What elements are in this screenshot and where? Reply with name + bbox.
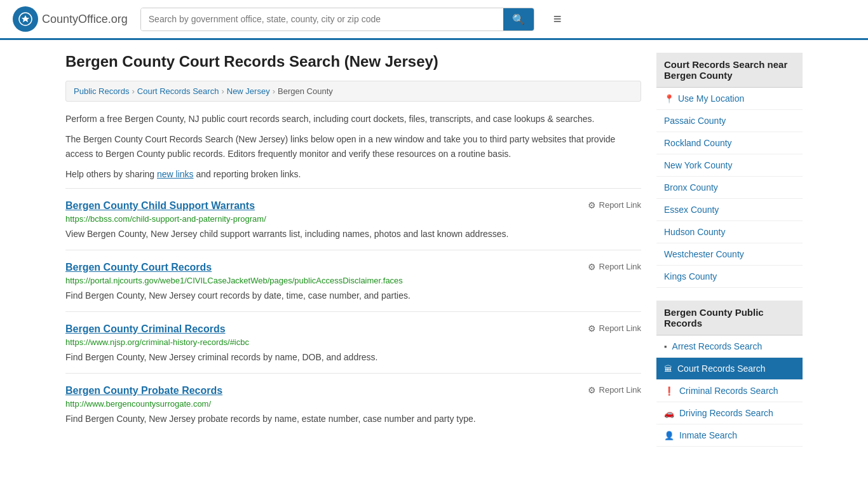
hudson-county-item[interactable]: Hudson County [656,221,803,243]
report-link-btn-3[interactable]: ⚙ Report Link [588,385,641,395]
record-header-0: Bergen County Child Support Warrants ⚙ R… [65,200,641,212]
breadcrumb-sep-1: › [132,86,134,96]
report-label-3: Report Link [599,385,641,395]
public-records-item-1[interactable]: 🏛 Court Records Search [656,358,803,380]
record-title-2[interactable]: Bergen County Criminal Records [65,323,226,335]
record-desc-0: View Bergen County, New Jersey child sup… [65,227,641,241]
public-records-item-4[interactable]: 👤 Inmate Search [656,424,803,447]
public-records-label-1: Court Records Search [677,363,766,374]
breadcrumb: Public Records › Court Records Search › … [65,81,641,102]
passaic-county-link[interactable]: Passaic County [656,110,803,132]
rec-icon-0: ▪ [664,342,667,351]
records-list: Bergen County Child Support Warrants ⚙ R… [65,188,641,435]
bronx-county-link[interactable]: Bronx County [656,177,803,198]
report-icon-3: ⚙ [588,385,596,395]
hamburger-menu[interactable]: ≡ [553,11,562,27]
report-link-btn-0[interactable]: ⚙ Report Link [588,200,641,210]
record-url-0[interactable]: https://bcbss.com/child-support-and-pate… [65,214,641,224]
search-bar: 🔍 [140,8,534,31]
public-records-list: ▪ Arrest Records Search 🏛 Court Records … [656,336,803,447]
public-records-label-3: Driving Records Search [679,408,773,418]
search-button[interactable]: 🔍 [503,8,534,30]
rec-icon-4: 👤 [664,431,674,440]
record-url-1[interactable]: https://portal.njcourts.gov/webe1/CIVILC… [65,276,641,285]
report-label-2: Report Link [599,323,641,333]
intro-paragraph-1: Perform a free Bergen County, NJ public … [65,112,641,126]
breadcrumb-new-jersey[interactable]: New Jersey [227,86,270,96]
hudson-county-link[interactable]: Hudson County [656,221,803,243]
nearby-list: 📍 Use My Location Passaic County Rocklan… [656,88,803,288]
record-desc-1: Find Bergen County, New Jersey court rec… [65,289,641,302]
public-records-item-2[interactable]: ❗ Criminal Records Search [656,380,803,402]
new-links-link[interactable]: new links [157,169,194,179]
public-records-link-0[interactable]: ▪ Arrest Records Search [656,336,803,357]
logo-icon [13,6,38,32]
essex-county-item[interactable]: Essex County [656,199,803,221]
public-records-item-3[interactable]: 🚗 Driving Records Search [656,402,803,424]
public-records-item-0[interactable]: ▪ Arrest Records Search [656,336,803,358]
bronx-county-item[interactable]: Bronx County [656,177,803,199]
record-item: Bergen County Criminal Records ⚙ Report … [65,311,641,373]
logo-link[interactable]: CountyOffice.org [13,6,128,32]
use-my-location-item[interactable]: 📍 Use My Location [656,88,803,110]
public-records-link-1[interactable]: 🏛 Court Records Search [656,358,803,379]
record-header-3: Bergen County Probate Records ⚙ Report L… [65,385,641,396]
breadcrumb-sep-2: › [221,86,224,96]
record-item: Bergen County Probate Records ⚙ Report L… [65,373,641,435]
report-label-1: Report Link [599,262,641,271]
search-input[interactable] [141,8,503,30]
report-label-0: Report Link [599,200,641,210]
use-my-location-label: Use My Location [678,93,744,104]
public-records-label-2: Criminal Records Search [679,386,778,396]
public-records-label-4: Inmate Search [679,430,737,440]
breadcrumb-public-records[interactable]: Public Records [74,86,129,96]
breadcrumb-current: Bergen County [278,86,333,96]
public-records-link-3[interactable]: 🚗 Driving Records Search [656,402,803,424]
intro-paragraph-3: Help others by sharing new links and rep… [65,167,641,181]
kings-county-link[interactable]: Kings County [656,266,803,287]
breadcrumb-court-records-search[interactable]: Court Records Search [137,86,219,96]
record-title-0[interactable]: Bergen County Child Support Warrants [65,200,255,212]
new-york-county-link[interactable]: New York County [656,154,803,176]
intro-paragraph-2: The Bergen County Court Records Search (… [65,132,641,161]
record-desc-2: Find Bergen County, New Jersey criminal … [65,351,641,364]
report-link-btn-2[interactable]: ⚙ Report Link [588,323,641,334]
report-icon-1: ⚙ [588,262,596,272]
public-records-title: Bergen County Public Records [656,301,803,336]
rec-icon-3: 🚗 [664,409,674,418]
record-title-3[interactable]: Bergen County Probate Records [65,385,222,396]
report-link-btn-1[interactable]: ⚙ Report Link [588,262,641,272]
public-records-link-4[interactable]: 👤 Inmate Search [656,424,803,446]
record-title-1[interactable]: Bergen County Court Records [65,262,212,273]
record-item: Bergen County Child Support Warrants ⚙ R… [65,188,641,250]
record-url-2[interactable]: https://www.njsp.org/criminal-history-re… [65,337,641,347]
record-header-1: Bergen County Court Records ⚙ Report Lin… [65,262,641,273]
sidebar: Court Records Search near Bergen County … [656,53,803,459]
page-title: Bergen County Court Records Search (New … [65,53,641,71]
use-my-location-link[interactable]: 📍 Use My Location [656,88,803,109]
public-records-section: Bergen County Public Records ▪ Arrest Re… [656,301,803,447]
record-item: Bergen County Court Records ⚙ Report Lin… [65,250,641,311]
public-records-link-2[interactable]: ❗ Criminal Records Search [656,380,803,402]
new-york-county-item[interactable]: New York County [656,154,803,177]
logo-text: CountyOffice.org [42,13,128,26]
rockland-county-item[interactable]: Rockland County [656,132,803,154]
kings-county-item[interactable]: Kings County [656,266,803,288]
breadcrumb-sep-3: › [273,86,275,96]
record-url-3[interactable]: http://www.bergencountysurrogate.com/ [65,399,641,409]
record-header-2: Bergen County Criminal Records ⚙ Report … [65,323,641,335]
essex-county-link[interactable]: Essex County [656,199,803,220]
report-icon-2: ⚙ [588,323,596,334]
westchester-county-item[interactable]: Westchester County [656,243,803,266]
report-icon-0: ⚙ [588,200,596,210]
site-header: CountyOffice.org 🔍 ≡ [0,0,868,40]
record-desc-3: Find Bergen County, New Jersey probate r… [65,412,641,426]
rec-icon-1: 🏛 [664,364,672,374]
rockland-county-link[interactable]: Rockland County [656,132,803,154]
rec-icon-2: ❗ [664,386,674,396]
passaic-county-item[interactable]: Passaic County [656,110,803,132]
public-records-label-0: Arrest Records Search [672,341,763,351]
content-area: Bergen County Court Records Search (New … [65,53,641,459]
westchester-county-link[interactable]: Westchester County [656,243,803,265]
nearby-section: Court Records Search near Bergen County … [656,53,803,288]
